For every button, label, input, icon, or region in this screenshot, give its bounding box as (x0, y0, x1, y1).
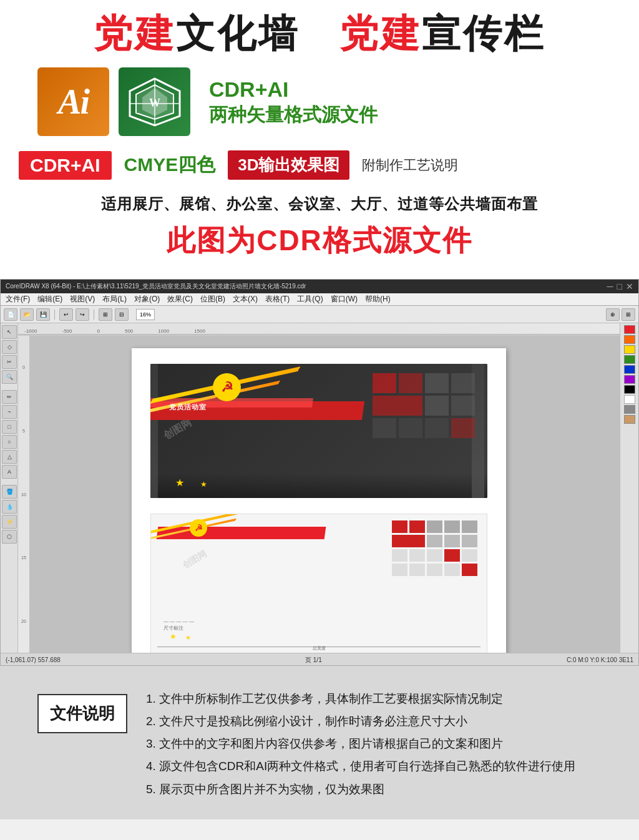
tb-export[interactable]: ⊟ (115, 308, 129, 321)
tool-freehand[interactable]: ✏ (2, 390, 17, 404)
flat-label2: 尺寸标注 (163, 625, 194, 632)
menu-edit[interactable]: 编辑(E) (37, 294, 62, 305)
ai-icon: Ai (37, 67, 109, 136)
tool-polygon[interactable]: △ (2, 450, 17, 464)
fg1 (392, 520, 407, 533)
menu-table[interactable]: 表格(T) (265, 294, 290, 305)
tb-import[interactable]: ⊞ (99, 308, 112, 321)
flat-star1: ★ (170, 632, 177, 641)
desc-item-5: 5. 展示页中所含图片并不为实物，仅为效果图 (146, 778, 602, 801)
cdr-canvas[interactable]: -1000-500050010001500 (18, 323, 620, 653)
grid-10 (425, 418, 449, 438)
format-line2: 两种矢量格式源文件 (209, 102, 378, 127)
tool-rect[interactable]: □ (2, 420, 17, 434)
design-bottom: ☭ (150, 514, 487, 653)
zoom-level[interactable]: 16% (136, 309, 155, 320)
swatch-orange[interactable] (624, 335, 635, 344)
menu-help[interactable]: 帮助(H) (365, 294, 391, 305)
desc-item-1: 1. 文件中所标制作工艺仅供参考，具体制作工艺要根据实际情况制定 (146, 688, 602, 710)
cdr-window: CoreIDRAW X8 (64-Bit) - E:\上传素材\3.11\521… (0, 279, 639, 666)
menu-bitmap[interactable]: 位图(B) (200, 294, 225, 305)
file-desc-list: 1. 文件中所标制作工艺仅供参考，具体制作工艺要根据实际情况制定 2. 文件尺寸… (146, 688, 602, 800)
tool-eyedrop[interactable]: 💧 (2, 500, 17, 514)
status-color: C:0 M:0 Y:0 K:100 3E11 (567, 657, 633, 663)
fg11 (409, 549, 425, 562)
file-desc-label: 文件说明 (37, 694, 127, 733)
menu-window[interactable]: 窗口(W) (331, 294, 358, 305)
fg7 (427, 535, 442, 547)
status-page: 页 1/1 (305, 656, 322, 665)
menu-layout[interactable]: 布局(L) (102, 294, 127, 305)
ruler-vertical: 05101520 (18, 336, 29, 653)
tb-undo[interactable]: ↩ (59, 308, 73, 321)
tool-zoom[interactable]: 🔍 (2, 370, 17, 384)
tb-save[interactable]: 💾 (36, 308, 50, 321)
menu-file[interactable]: 文件(F) (6, 294, 30, 305)
swatch-green[interactable] (624, 355, 635, 364)
swatch-blue[interactable] (624, 365, 635, 374)
ruler-horizontal: -1000-500050010001500 (18, 323, 620, 335)
tag-3d: 3D输出效果图 (228, 150, 349, 180)
swatch-red[interactable] (624, 325, 635, 334)
tool-shape[interactable]: ◇ (2, 340, 17, 354)
grid-9 (399, 418, 422, 438)
swatch-white[interactable] (624, 395, 635, 404)
swatch-purple[interactable] (624, 375, 635, 384)
cdr-menubar: 文件(F) 编辑(E) 视图(V) 布局(L) 对象(O) 效果(C) 位图(B… (1, 293, 638, 306)
flat-grid (392, 520, 477, 578)
fg8 (444, 535, 460, 547)
tb-grid[interactable]: ⊞ (622, 308, 635, 321)
fg4 (444, 520, 460, 533)
grid-6 (425, 396, 449, 416)
canvas-inner: ☭ (18, 336, 620, 653)
title-dangjian-2: 党建 (339, 12, 422, 55)
menu-text[interactable]: 文本(X) (233, 294, 258, 305)
tool-smart[interactable]: ~ (2, 405, 17, 419)
left-pillar (150, 364, 158, 498)
party-emblem: ☭ (213, 373, 241, 401)
ribbon-text: 党员活动室 (169, 403, 207, 412)
tb-new[interactable]: 📄 (4, 308, 17, 321)
tool-fill[interactable]: 🪣 (2, 485, 17, 499)
tool-select[interactable]: ↖ (2, 325, 17, 339)
swatch-gold[interactable] (624, 345, 635, 354)
flat-ribbon (157, 527, 326, 539)
bottom-section: 文件说明 1. 文件中所标制作工艺仅供参考，具体制作工艺要根据实际情况制定 2.… (0, 666, 639, 819)
swatch-black[interactable] (624, 385, 635, 394)
file-desc-block: 文件说明 1. 文件中所标制作工艺仅供参考，具体制作工艺要根据实际情况制定 2.… (37, 688, 602, 800)
cdr-toolbar: 📄 📂 💾 ↩ ↪ ⊞ ⊟ 16% ⊕ ⊞ (1, 306, 638, 323)
fg3 (427, 520, 442, 533)
desc-item-2: 2. 文件尺寸是投稿比例缩小设计，制作时请务必注意尺寸大小 (146, 710, 602, 733)
tool-text[interactable]: A (2, 465, 17, 479)
dim-text: 总宽度 (313, 645, 326, 652)
tool-crop[interactable]: ✂ (2, 355, 17, 369)
format-text: CDR+AI 两种矢量格式源文件 (209, 77, 378, 127)
swatch-gray[interactable] (624, 405, 635, 414)
menu-object[interactable]: 对象(O) (134, 294, 160, 305)
tb-open[interactable]: 📂 (20, 308, 34, 321)
tb-redo[interactable]: ↪ (76, 308, 89, 321)
maximize-icon[interactable]: □ (617, 281, 622, 291)
cdr-white-page: ☭ (132, 348, 506, 653)
flat-labels: — — — — — 尺寸标注 (163, 618, 194, 632)
tool-interact[interactable]: ⚡ (2, 515, 17, 529)
menu-tools[interactable]: 工具(Q) (297, 294, 323, 305)
close-icon[interactable]: ✕ (626, 281, 633, 291)
fg5 (462, 520, 477, 533)
cdr-svg: W (127, 76, 183, 129)
fg16 (409, 564, 425, 576)
cdr-left-tools: ↖ ◇ ✂ 🔍 ✏ ~ □ ○ △ A 🪣 💧 ⚡ ⬡ (1, 323, 18, 653)
tool-outline[interactable]: ⬡ (2, 530, 17, 544)
star1: ★ (175, 477, 184, 489)
menu-effects[interactable]: 效果(C) (167, 294, 193, 305)
menu-view[interactable]: 视图(V) (70, 294, 95, 305)
tool-spacer (2, 385, 16, 389)
swatch-brown[interactable] (624, 415, 635, 424)
window-controls: ─ □ ✕ (607, 281, 633, 291)
fg19 (462, 564, 477, 576)
minimize-icon[interactable]: ─ (607, 281, 613, 291)
grid-4 (451, 373, 475, 393)
tb-snap[interactable]: ⊕ (606, 308, 620, 321)
party-design-top: ☭ (150, 364, 487, 498)
tool-ellipse[interactable]: ○ (2, 435, 17, 449)
